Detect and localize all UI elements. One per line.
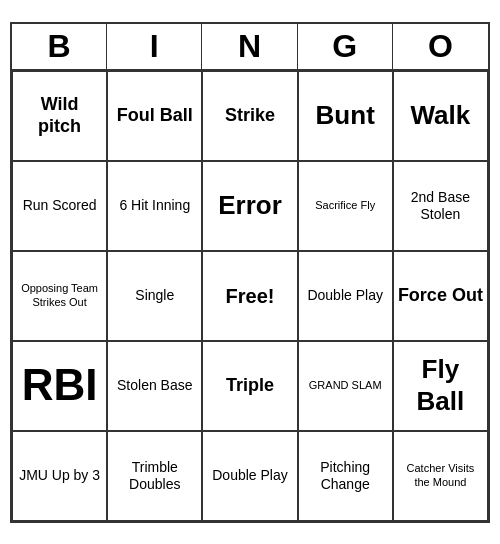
- bingo-cell-4[interactable]: Walk: [393, 71, 488, 161]
- bingo-cell-9[interactable]: 2nd Base Stolen: [393, 161, 488, 251]
- header-letter: N: [202, 24, 297, 69]
- bingo-cell-22[interactable]: Double Play: [202, 431, 297, 521]
- bingo-cell-3[interactable]: Bunt: [298, 71, 393, 161]
- bingo-cell-5[interactable]: Run Scored: [12, 161, 107, 251]
- bingo-cell-20[interactable]: JMU Up by 3: [12, 431, 107, 521]
- bingo-cell-8[interactable]: Sacrifice Fly: [298, 161, 393, 251]
- bingo-cell-7[interactable]: Error: [202, 161, 297, 251]
- bingo-header: BINGO: [12, 24, 488, 71]
- bingo-cell-21[interactable]: Trimble Doubles: [107, 431, 202, 521]
- bingo-cell-18[interactable]: GRAND SLAM: [298, 341, 393, 431]
- bingo-cell-6[interactable]: 6 Hit Inning: [107, 161, 202, 251]
- bingo-cell-2[interactable]: Strike: [202, 71, 297, 161]
- bingo-cell-17[interactable]: Triple: [202, 341, 297, 431]
- header-letter: O: [393, 24, 488, 69]
- bingo-cell-14[interactable]: Force Out: [393, 251, 488, 341]
- header-letter: I: [107, 24, 202, 69]
- bingo-cell-10[interactable]: Opposing Team Strikes Out: [12, 251, 107, 341]
- bingo-card: BINGO Wild pitchFoul BallStrikeBuntWalkR…: [10, 22, 490, 523]
- bingo-cell-11[interactable]: Single: [107, 251, 202, 341]
- header-letter: G: [298, 24, 393, 69]
- bingo-cell-13[interactable]: Double Play: [298, 251, 393, 341]
- bingo-cell-16[interactable]: Stolen Base: [107, 341, 202, 431]
- header-letter: B: [12, 24, 107, 69]
- bingo-cell-0[interactable]: Wild pitch: [12, 71, 107, 161]
- bingo-cell-23[interactable]: Pitching Change: [298, 431, 393, 521]
- bingo-cell-1[interactable]: Foul Ball: [107, 71, 202, 161]
- bingo-cell-19[interactable]: Fly Ball: [393, 341, 488, 431]
- bingo-cell-15[interactable]: RBI: [12, 341, 107, 431]
- bingo-cell-12[interactable]: Free!: [202, 251, 297, 341]
- bingo-cell-24[interactable]: Catcher Visits the Mound: [393, 431, 488, 521]
- bingo-grid: Wild pitchFoul BallStrikeBuntWalkRun Sco…: [12, 71, 488, 521]
